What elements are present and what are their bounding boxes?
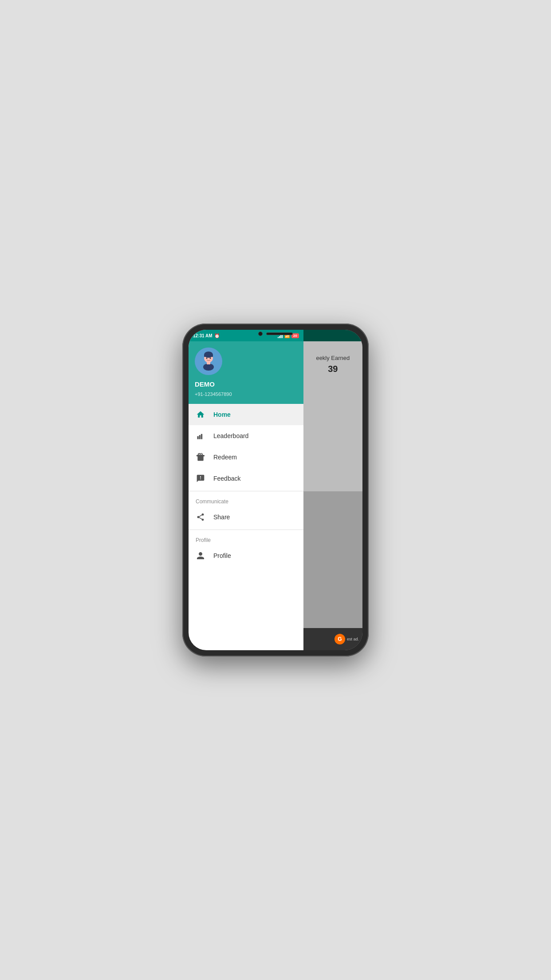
redeem-icon [196, 452, 205, 462]
share-icon [196, 512, 205, 522]
sidebar-item-share[interactable]: Share [189, 506, 303, 528]
main-panel: eekly Earned 39 G est ad. [303, 330, 362, 650]
svg-point-3 [203, 364, 214, 371]
sidebar-item-feedback-label: Feedback [213, 475, 240, 482]
svg-point-5 [206, 358, 208, 359]
alarm-icon: ⏰ [214, 333, 220, 338]
profile-section-header: Profile [189, 532, 303, 545]
ad-area: G est ad. [303, 628, 362, 650]
svg-point-6 [210, 358, 211, 359]
right-status-bar [303, 330, 362, 341]
sidebar-item-leaderboard[interactable]: Leaderboard [189, 425, 303, 447]
sidebar-item-home-label: Home [213, 411, 231, 418]
right-bottom [303, 491, 362, 628]
divider-1 [189, 491, 303, 491]
drawer-menu: Home Leaderboard [189, 404, 303, 650]
bar1 [278, 337, 279, 338]
sidebar-item-profile-label: Profile [213, 552, 231, 559]
right-content: eekly Earned 39 [303, 341, 362, 491]
avatar [195, 348, 222, 375]
sidebar-item-feedback[interactable]: Feedback [189, 468, 303, 489]
svg-rect-4 [207, 362, 210, 364]
phone-speaker [266, 332, 293, 335]
sidebar-item-home[interactable]: Home [189, 404, 303, 425]
sidebar-item-redeem-label: Redeem [213, 454, 237, 461]
leaderboard-icon [196, 431, 205, 441]
bar2 [279, 336, 280, 338]
phone-device: 12:31 AM ⏰ 📶 20 [182, 324, 369, 656]
sidebar-item-profile[interactable]: Profile [189, 545, 303, 566]
user-phone: +91-1234567890 [195, 391, 297, 397]
avatar-svg [197, 350, 220, 372]
feedback-icon [196, 474, 205, 483]
battery-level: 20 [293, 334, 297, 338]
sidebar-item-redeem[interactable]: Redeem [189, 447, 303, 468]
user-name: DEMO [195, 380, 297, 388]
ad-logo-icon: G [335, 634, 345, 644]
weekly-earned-label: eekly Earned [316, 355, 350, 361]
communicate-section-header: Communicate [189, 493, 303, 506]
sidebar-item-leaderboard-label: Leaderboard [213, 432, 248, 439]
front-camera [258, 332, 263, 336]
drawer-panel: 12:31 AM ⏰ 📶 20 [189, 330, 303, 650]
person-icon [196, 551, 205, 561]
sidebar-item-share-label: Share [213, 514, 230, 521]
phone-notch [258, 332, 293, 336]
home-icon [196, 410, 205, 419]
weekly-earned-number: 39 [328, 364, 338, 374]
ad-text: est ad. [347, 637, 359, 641]
status-time: 12:31 AM ⏰ [193, 333, 220, 338]
time-display: 12:31 AM [193, 333, 213, 338]
divider-2 [189, 530, 303, 530]
svg-rect-2 [204, 355, 213, 357]
phone-screen: 12:31 AM ⏰ 📶 20 [189, 330, 362, 650]
drawer-header: DEMO +91-1234567890 [189, 341, 303, 404]
